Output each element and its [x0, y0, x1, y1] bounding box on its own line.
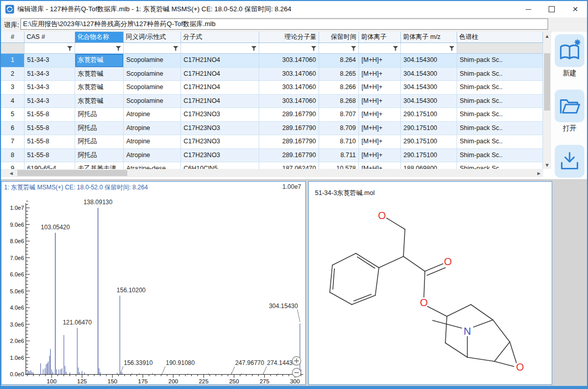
- table-row[interactable]: 651-55-8阿托品AtropineC17H23NO3289.1677908.…: [1, 122, 543, 136]
- table-cell[interactable]: 51-34-3: [25, 81, 75, 95]
- zoom-out-button[interactable]: [292, 369, 301, 377]
- table-cell[interactable]: Shim-pack Sc..: [457, 68, 543, 81]
- table-cell[interactable]: 289.167790: [259, 122, 319, 136]
- table-cell[interactable]: C17H21NO4: [181, 81, 259, 95]
- table-cell[interactable]: Scopolamine: [124, 54, 181, 68]
- table-cell[interactable]: 51-34-3: [25, 54, 75, 68]
- table-cell[interactable]: Shim-pack Sc..: [457, 135, 543, 149]
- table-cell[interactable]: 303.147060: [259, 81, 319, 95]
- table-cell[interactable]: [M+H]+: [359, 108, 401, 122]
- filter-cell[interactable]: [181, 43, 259, 54]
- open-folder-button[interactable]: 打开: [552, 90, 587, 133]
- table-cell[interactable]: 9: [1, 162, 25, 169]
- table-cell[interactable]: 8.268: [319, 95, 359, 109]
- column-header[interactable]: 化合物名称: [75, 32, 124, 43]
- table-cell[interactable]: 304.154300: [401, 81, 457, 95]
- table-cell[interactable]: [M+H]+: [359, 54, 401, 68]
- filter-funnel-icon[interactable]: [351, 46, 356, 51]
- filter-cell[interactable]: [259, 43, 319, 54]
- new-library-button[interactable]: 新建: [552, 34, 587, 78]
- table-cell[interactable]: 303.147060: [259, 95, 319, 109]
- table-cell[interactable]: 东莨菪碱: [75, 81, 124, 95]
- table-cell[interactable]: Scopolamine: [124, 81, 181, 95]
- table-cell[interactable]: 8.265: [319, 68, 359, 81]
- filter-funnel-icon[interactable]: [173, 46, 178, 51]
- table-cell[interactable]: Shim-pack Sc..: [457, 54, 543, 68]
- column-header[interactable]: 色谱柱: [457, 32, 543, 43]
- table-cell[interactable]: [M+H]+: [359, 81, 401, 95]
- filter-cell[interactable]: [1, 43, 25, 54]
- horizontal-scroll-thumb[interactable]: [17, 170, 127, 176]
- table-cell[interactable]: 290.175100: [401, 108, 457, 122]
- table-cell[interactable]: [M+H]+: [359, 149, 401, 163]
- table-cell[interactable]: Scopolamine: [124, 68, 181, 81]
- table-cell[interactable]: 阿托品: [75, 135, 124, 149]
- zoom-in-button[interactable]: [292, 357, 301, 365]
- column-header[interactable]: 理论分子量: [259, 32, 319, 43]
- table-cell[interactable]: 8.710: [319, 135, 359, 149]
- table-cell[interactable]: 8.266: [319, 81, 359, 95]
- scroll-left-icon[interactable]: ◄: [7, 169, 15, 177]
- column-header[interactable]: 前体离子: [359, 32, 401, 43]
- table-cell[interactable]: 289.167790: [259, 135, 319, 149]
- filter-funnel-icon[interactable]: [116, 46, 121, 51]
- table-cell[interactable]: 8.264: [319, 54, 359, 68]
- table-cell[interactable]: 去乙基莠去津: [75, 162, 124, 169]
- table-cell[interactable]: 290.175100: [401, 149, 457, 163]
- table-cell[interactable]: Shim-pack Sc..: [457, 81, 543, 95]
- table-cell[interactable]: 303.147060: [259, 68, 319, 81]
- filter-funnel-icon[interactable]: [67, 46, 73, 51]
- table-cell[interactable]: C6H10ClN5: [181, 162, 259, 169]
- table-cell[interactable]: 6190-65-4: [25, 162, 75, 169]
- vertical-scroll-thumb[interactable]: [544, 53, 550, 111]
- table-cell[interactable]: 3: [1, 81, 25, 95]
- table-row[interactable]: 451-34-3东莨菪碱ScopolamineC17H21NO4303.1470…: [1, 95, 543, 109]
- table-row[interactable]: 351-34-3东莨菪碱ScopolamineC17H21NO4303.1470…: [1, 81, 543, 95]
- table-cell[interactable]: 7: [1, 135, 25, 149]
- close-button[interactable]: ✕: [563, 1, 587, 17]
- table-cell[interactable]: 188.069800: [401, 162, 457, 169]
- table-cell[interactable]: 187.062470: [259, 162, 319, 169]
- table-cell[interactable]: 51-55-8: [25, 122, 75, 136]
- column-header[interactable]: CAS #: [25, 32, 75, 43]
- table-vertical-scrollbar[interactable]: ▲ ▼: [543, 32, 551, 169]
- table-cell[interactable]: Atropine: [124, 122, 181, 136]
- table-cell[interactable]: [M+H]+: [359, 162, 401, 169]
- table-row[interactable]: 251-34-3东莨菪碱ScopolamineC17H21NO4303.1470…: [1, 68, 543, 81]
- filter-cell[interactable]: [75, 43, 124, 54]
- table-cell[interactable]: Shim-pack Sc..: [457, 162, 543, 169]
- table-cell[interactable]: 4: [1, 95, 25, 109]
- table-row[interactable]: 551-55-8阿托品AtropineC17H23NO3289.1677908.…: [1, 108, 543, 122]
- table-cell[interactable]: 289.167790: [259, 149, 319, 163]
- column-header[interactable]: 保留时间: [319, 32, 359, 43]
- table-row[interactable]: 851-55-8阿托品AtropineC17H23NO3289.1677908.…: [1, 149, 543, 163]
- table-cell[interactable]: 290.175100: [401, 122, 457, 136]
- scroll-up-icon[interactable]: ▲: [543, 32, 551, 40]
- table-cell[interactable]: C17H23NO3: [181, 135, 259, 149]
- filter-cell[interactable]: [124, 43, 181, 54]
- filter-funnel-icon[interactable]: [449, 46, 455, 51]
- scroll-down-icon[interactable]: ▼: [543, 161, 551, 169]
- table-cell[interactable]: 304.154300: [401, 54, 457, 68]
- table-cell[interactable]: C17H23NO3: [181, 122, 259, 136]
- table-cell[interactable]: Shim-pack Sc..: [457, 108, 543, 122]
- table-cell[interactable]: C17H23NO3: [181, 149, 259, 163]
- table-row[interactable]: 151-34-3东莨菪碱ScopolamineC17H21NO4303.1470…: [1, 54, 543, 68]
- table-cell[interactable]: [M+H]+: [359, 68, 401, 81]
- filter-cell[interactable]: [319, 43, 359, 54]
- column-header[interactable]: 前体离子 m/z: [401, 32, 457, 43]
- table-row[interactable]: 96190-65-4去乙基莠去津Atrazine-dese..C6H10ClN5…: [1, 162, 543, 169]
- column-header[interactable]: #: [1, 32, 25, 43]
- table-cell[interactable]: 10.578: [319, 162, 359, 169]
- table-cell[interactable]: 东莨菪碱: [75, 54, 124, 68]
- table-cell[interactable]: 阿托品: [75, 122, 124, 136]
- filter-cell[interactable]: [359, 43, 401, 54]
- table-cell[interactable]: 51-55-8: [25, 149, 75, 163]
- spectrum-chart[interactable]: 0.0e01.0e62.0e63.0e64.0e65.0e66.0e67.0e6…: [2, 182, 305, 384]
- library-path-input[interactable]: [20, 18, 548, 30]
- table-cell[interactable]: 304.154300: [401, 68, 457, 81]
- table-cell[interactable]: Atropine: [124, 149, 181, 163]
- table-cell[interactable]: 51-55-8: [25, 135, 75, 149]
- table-cell[interactable]: [M+H]+: [359, 135, 401, 149]
- table-row[interactable]: 751-55-8阿托品AtropineC17H23NO3289.1677908.…: [1, 135, 543, 149]
